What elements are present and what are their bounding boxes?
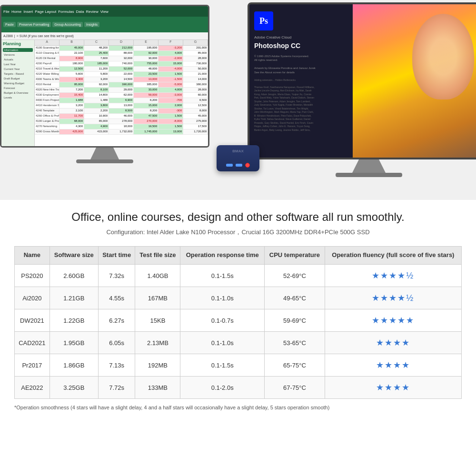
excel-row-10: 4330 Employment Rental 15,400 14,800 62,… [35,93,208,98]
col-b: B [60,40,84,45]
menu-home[interactable]: Home [11,10,21,14]
excel-nav-currentyear[interactable]: Current Year [3,67,33,71]
cell-a14: 4260 Office & Professional [35,114,60,119]
power-button[interactable] [245,163,250,168]
excel-grid: A B C D E F G 4100 Scanning for Clients … [35,40,208,146]
cell-d3: 32,000 [109,56,134,61]
cell-g12: 12,500 [183,103,208,108]
ps-copyright: © 1990-2015 Adobe Systems Incorporated. … [254,54,348,74]
cell-f6: 1,500 [159,72,183,77]
menu-review[interactable]: Review [86,10,98,14]
cell-c4: 185,000 [84,61,109,66]
excel-nav-forecast[interactable]: Forecast [3,86,33,90]
excel-nav-warning[interactable]: Warning Budget [3,81,33,85]
ps-title: Photoshop CC [254,42,348,50]
cell-b7: 3,400 [60,77,84,82]
cell-f12: 2,000 [159,103,183,108]
cell-test-file-size: 133MB [135,377,180,399]
ps-screen: Ps Adobe Creative Cloud Photoshop CC © 1… [248,2,476,159]
cell-e4: 755,000 [134,61,159,66]
cell-c8: 92,000 [84,82,109,87]
ribbon-group[interactable]: Group Accounting [52,22,83,27]
monitor-right: Ps Adobe Creative Cloud Photoshop CC © 1… [248,2,476,188]
cell-operation-response: 0.1-2.0s [180,377,265,399]
cell-b3: 8,900 [60,56,84,61]
cell-f11: -700 [159,98,183,103]
cell-name: PS2020 [15,265,50,287]
excel-body: Planning Information Versions Actuals La… [1,40,208,146]
cell-d13: 8,500 [109,109,134,113]
excel-col-headers: A B C D E F G [35,40,208,46]
cell-d14: 46,000 [109,114,134,119]
cell-a10: 4330 Employment Rental [35,93,60,98]
excel-row-5: 4210 Travel & Work Pay 12,500 11,200 52,… [35,67,208,72]
excel-nav-draft[interactable]: Draft Budget [3,77,33,80]
col-header-name: Name [15,247,50,265]
col-header-operation-response: Operation response time [180,247,265,265]
menu-view[interactable]: View [100,10,109,14]
excel-nav-information[interactable]: Information [3,48,33,52]
cell-software-size: 1.86GB [50,354,98,377]
cell-b2: 22,100 [60,51,84,56]
cell-a16: 4270 Networking [35,124,60,129]
cell-d5: 52,000 [109,67,134,71]
cell-b17: 425,000 [60,129,84,134]
excel-nav-levels[interactable]: Levels [3,96,33,99]
excel-row-16: 4270 Networking 4,300 4,900 18,000 19,50… [35,124,208,129]
cell-c1: 48,200 [84,46,109,50]
cell-operation-response: 0.1-1.5s [180,354,265,377]
cell-e10: 59,000 [134,93,159,98]
cell-e11: 6,200 [134,98,159,103]
menu-file[interactable]: File [3,10,10,14]
menu-data[interactable]: Data [76,10,84,14]
cell-stars: ★★★★★ [325,309,461,332]
col-header-test-file-size: Test file size [135,247,180,265]
cell-d4: 740,000 [109,61,134,66]
ribbon-format[interactable]: Preserve Formatting [17,22,51,27]
cell-a15: 4100 Larger & Professional [35,119,60,124]
cell-g14: 45,000 [183,114,208,119]
cell-test-file-size: 2.13MB [135,332,180,354]
col-header-cpu-temp: CPU temperature [265,247,325,265]
cell-c2: 25,400 [84,51,109,56]
ps-face-overlay [412,14,474,99]
monitor-right-base [336,173,402,177]
excel-nav-budget[interactable]: Budget & Overview [3,91,33,95]
menu-formulas[interactable]: Formulas [58,10,74,14]
cell-b12: 3,200 [60,103,84,108]
cell-c6: 5,800 [84,72,109,77]
cell-name: DW2021 [15,309,50,332]
cell-test-file-size: 1.40GB [135,265,180,287]
cell-ref: AJ388 [3,34,13,38]
excel-row-9: 4320 New Hire Training 7,200 8,100 29,00… [35,88,208,93]
excel-row-13: 4240 Template 2,100 2,200 8,500 8,200 -3… [35,109,208,114]
cell-g4: 730,000 [183,61,208,66]
ribbon-paste[interactable]: Paste [3,22,16,27]
excel-nav-actuals[interactable]: Actuals [3,58,33,61]
excel-nav-targets[interactable]: Targets - Based [3,72,33,76]
excel-row-6: 4220 Water Billing 5,600 5,800 22,000 23… [35,72,208,77]
cell-b14: 11,700 [60,114,84,119]
menu-pageLayout[interactable]: Page Layout [35,10,56,14]
cell-d17: 1,732,000 [109,129,134,134]
cell-e13: 8,200 [134,109,159,113]
cell-b4: 180,000 [60,61,84,66]
excel-nav-versions[interactable]: Versions [3,53,33,57]
cell-a13: 4240 Template [35,109,60,113]
cell-a2: 4110 Cleaning & Repairs [35,51,60,56]
cell-start-time: 6.05s [98,332,135,354]
excel-row-11: 4400 From Project 1,688 1,488 6,900 6,20… [35,98,208,103]
table-row: Ai2020 1.21GB 4.55s 167MB 0.1-1.0s 49-65… [15,287,462,309]
cell-g7: 14,000 [183,77,208,82]
cell-software-size: 3.25GB [50,377,98,399]
cell-cpu-temp: 52-69°C [265,265,325,287]
table-header-row: Name Software size Start time Test file … [15,247,462,265]
excel-nav-lastyear[interactable]: Last Year [3,62,33,66]
ribbon-insights[interactable]: Insights [84,22,99,27]
col-header-start-time: Start time [98,247,135,265]
menu-insert[interactable]: Insert [23,10,33,14]
cell-start-time: 7.13s [98,354,135,377]
cell-b16: 4,300 [60,124,84,129]
cell-e8: 385,000 [134,82,159,87]
cell-f16: 1,500 [159,124,183,129]
